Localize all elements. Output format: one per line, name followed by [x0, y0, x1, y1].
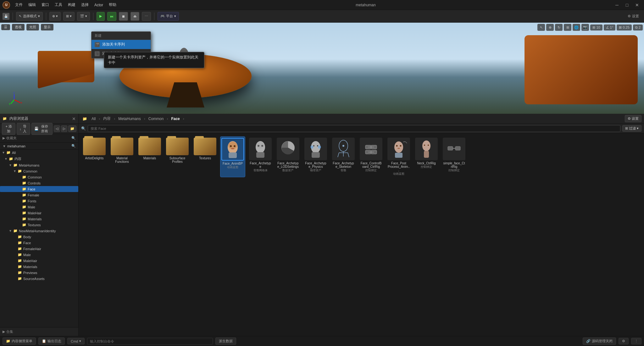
asset-face-archetype[interactable]: Face_Archetype 骨骼网格体 [248, 136, 273, 177]
folder-btn[interactable]: 📁 [68, 125, 76, 132]
filter-button[interactable]: ⊞ 过滤 ▾ [622, 125, 641, 132]
viewport-settings-btn[interactable]: ☰ [1, 24, 10, 30]
tree-node-content[interactable]: ▼ 📁 内容 [0, 156, 78, 162]
folder-textures[interactable]: Textures [192, 136, 218, 177]
tree-node-controls[interactable]: 📁 Controls [0, 180, 78, 186]
forward-btn[interactable]: ▷ [61, 125, 67, 132]
collections-section[interactable]: ▶ 合集 [0, 327, 78, 336]
play-button[interactable]: ▶ [97, 12, 105, 21]
source-control-btn[interactable]: 🔗 源码管理关闭 [583, 338, 616, 345]
menu-actor[interactable]: Actor [92, 2, 106, 8]
search-icon-metahuman[interactable]: 🔍 [71, 144, 76, 148]
asset-face-physics[interactable]: Face_Archetype_Physics 物理资产 [303, 136, 328, 177]
menu-build[interactable]: 构建 [65, 1, 78, 8]
breadcrumb-folder-icon[interactable]: 📁 [81, 116, 88, 122]
search-icon-favorites[interactable]: 🔍 [71, 136, 76, 140]
sequence-btn[interactable]: 🎬 ▾ [77, 12, 90, 21]
tree-node-all[interactable]: ▼ 📁 All [0, 150, 78, 156]
scale-btn[interactable]: ⊞ [564, 24, 571, 31]
output-log-button[interactable]: 📋 输出日志 [38, 338, 65, 345]
cb-close-btn[interactable]: ✕ [72, 116, 76, 121]
rotate-btn[interactable]: ↻ [555, 24, 563, 31]
tree-node-body[interactable]: 📁 Body [0, 234, 78, 240]
tree-node-materials[interactable]: 📁 Materials [0, 216, 78, 222]
close-button[interactable]: ✕ [633, 2, 641, 8]
asset-settings-btn[interactable]: ⚙ 设置 [625, 115, 641, 122]
menu-select[interactable]: 选择 [79, 1, 91, 8]
breadcrumb-all[interactable]: All [90, 116, 97, 122]
transform-btn[interactable]: ⊕ ▾ [49, 12, 61, 21]
asset-face-animbp[interactable]: Face_AnimBP 动画蓝图 [220, 136, 245, 177]
breadcrumb-face[interactable]: Face [170, 116, 181, 122]
tree-node-common-sub[interactable]: 📁 Common [0, 174, 78, 180]
tree-node-newmeta[interactable]: ▼ 📁 NewMetaHumanIdentity [0, 228, 78, 234]
select-tool-btn[interactable]: ↖ [537, 24, 545, 31]
camera-snap-btn[interactable]: 📷 [581, 24, 589, 31]
minimize-button[interactable]: ─ [613, 2, 621, 8]
derivation-data-btn[interactable]: 派生数据 [215, 338, 236, 345]
tree-node-common[interactable]: ▼ 📁 Common [0, 168, 78, 174]
folder-artistdelights[interactable]: ArtistDelights [82, 136, 107, 177]
bottom-settings-btn[interactable]: ⚙ [619, 338, 629, 344]
perspective-btn[interactable]: 透视 [12, 24, 25, 30]
metahuman-section[interactable]: ▼ metahuman 🔍 [0, 143, 78, 150]
tree-node-metahumans[interactable]: ▼ 📁 MetaHumans [0, 162, 78, 168]
save-icon[interactable]: 💾 [3, 13, 9, 20]
save-all-button[interactable]: 💾 保存所有 [31, 123, 53, 135]
bottom-more-btn[interactable]: ⋮ [631, 338, 641, 344]
content-drawer-button[interactable]: 📁 内容侧滑菜单 [3, 338, 36, 345]
cmd-input[interactable] [87, 338, 213, 345]
asset-neck-ctrlrig[interactable]: Neck_CtrlRig 控制绑定 [414, 136, 439, 177]
lighting-btn[interactable]: 光照 [26, 24, 39, 30]
show-btn[interactable]: 显示 [41, 24, 53, 30]
platform-button[interactable]: 🎮 平台 ▾ [158, 12, 179, 21]
menu-file[interactable]: 文件 [13, 1, 25, 8]
asset-simple-face-ctrlrig[interactable]: simple_face_CtrlRig 控制绑定 [441, 136, 467, 177]
menu-tools[interactable]: 工具 [52, 1, 65, 8]
tree-node-materials-new[interactable]: 📁 Materials [0, 264, 78, 270]
surface-snap-btn[interactable]: 🌐 [573, 24, 580, 31]
tree-node-malehair-new[interactable]: 📁 MaleHair [0, 258, 78, 264]
asset-face-postprocess[interactable]: Face_Post Process_Anim... 动画蓝图 [386, 136, 411, 177]
tree-node-malehair[interactable]: 📁 MaleHair [0, 210, 78, 216]
asset-face-lodsettings[interactable]: Face_Archetype_LODSettings 数据资产 [275, 136, 301, 177]
tree-node-face[interactable]: 📁 Face [0, 186, 78, 192]
add-button[interactable]: + 添加 [2, 123, 15, 135]
folder-subsurfaceprofiles[interactable]: SubsurfaceProfiles [165, 136, 190, 177]
tree-node-textures[interactable]: 📁 Textures [0, 222, 78, 228]
cmd-dropdown-btn[interactable]: Cmd ▾ [67, 338, 85, 344]
more-options-button[interactable]: ⋯ [142, 12, 151, 21]
tree-node-sourceassets[interactable]: 📁 SourceAssets [0, 276, 78, 282]
favorites-section[interactable]: ▶ 收藏夹 🔍 [0, 134, 78, 143]
tree-node-previews[interactable]: 📁 Previews [0, 270, 78, 276]
import-button[interactable]: ↓ 导入 [17, 123, 30, 135]
asset-label-simple-face: simple_face_CtrlRig [443, 162, 465, 168]
menu-help[interactable]: 帮助 [106, 1, 119, 8]
dropdown-add-level-sequence[interactable]: 🎬 添加关卡序列 [92, 40, 151, 49]
breadcrumb-common[interactable]: Common [147, 116, 165, 122]
tree-node-femalehair[interactable]: 📁 FemaleHair [0, 246, 78, 252]
folder-materials[interactable]: Materials [137, 136, 162, 177]
asset-face-skeleton[interactable]: Face_Archetype_Skeleton 骨骼 [331, 136, 356, 177]
tree-node-male[interactable]: 📁 Male [0, 204, 78, 210]
stop-button[interactable]: ⏹ [119, 12, 128, 21]
translate-btn[interactable]: ⊕ [546, 24, 554, 31]
folder-materialfunctions[interactable]: MaterialFunctions [109, 136, 135, 177]
breadcrumb-metahumans[interactable]: MetaHumans [117, 116, 142, 122]
tree-node-fonts[interactable]: 📁 Fonts [0, 198, 78, 204]
breadcrumb-content[interactable]: 内容 [102, 115, 112, 122]
select-mode-button[interactable]: ↖ 选择模式 ▾ [16, 12, 43, 21]
back-btn[interactable]: ◁ [54, 125, 60, 132]
settings-button[interactable]: ⚙ 设置 [625, 12, 641, 21]
maximize-button[interactable]: □ [623, 2, 631, 8]
snap-btn[interactable]: ⊞ ▾ [63, 12, 75, 21]
tree-node-face-new[interactable]: 📁 Face [0, 240, 78, 246]
asset-face-controlboard[interactable]: Face_ControlBoard_CtrlRig 控制绑定 [358, 136, 384, 177]
menu-edit[interactable]: 编辑 [26, 1, 38, 8]
menu-window[interactable]: 窗口 [39, 1, 52, 8]
tree-node-female[interactable]: 📁 Female [0, 192, 78, 198]
eject-button[interactable]: ⏏ [130, 12, 139, 21]
search-input[interactable] [88, 125, 620, 132]
tree-node-male-new[interactable]: 📁 Male [0, 252, 78, 258]
step-forward-button[interactable]: ⏭ [107, 12, 116, 21]
